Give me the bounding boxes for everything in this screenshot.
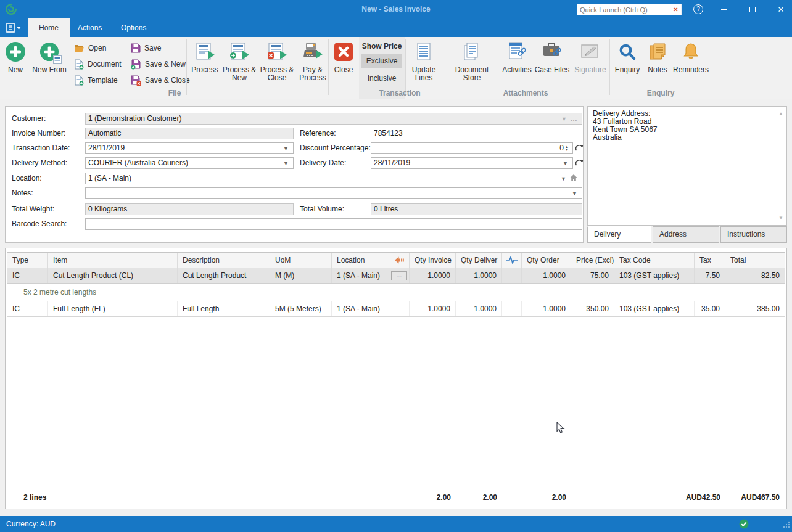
notes-label: Notes: — [12, 187, 33, 199]
chevron-down-icon — [17, 27, 21, 30]
process-new-button[interactable]: Process & New — [222, 38, 257, 88]
save-new-button[interactable]: Save & New — [131, 57, 190, 72]
redo-arrow-icon[interactable] — [575, 158, 584, 168]
template-button[interactable]: Template — [74, 73, 128, 88]
invoice-number-label: Invoice Number: — [12, 128, 65, 139]
column-header-activity-icon[interactable] — [502, 253, 522, 268]
notes-button[interactable]: Notes — [645, 38, 670, 88]
currency-status: Currency: AUD — [6, 520, 56, 528]
tab-address[interactable]: Address — [653, 226, 719, 243]
process-close-button[interactable]: Process & Close — [258, 38, 296, 88]
case-files-button[interactable]: Case Files — [534, 38, 570, 88]
application-menu-button[interactable] — [6, 22, 25, 34]
total-volume-field: 0 Litres — [371, 203, 582, 215]
column-header-item[interactable]: Item — [48, 253, 178, 268]
scroll-down-icon[interactable]: ▼ — [778, 214, 783, 222]
maximize-button[interactable] — [739, 0, 766, 18]
folder-icon — [74, 44, 85, 52]
chevron-down-icon[interactable]: ▼ — [561, 160, 570, 166]
table-row[interactable]: IC Cut Length Product (CL) Cut Length Pr… — [7, 268, 785, 284]
column-header-qty-invoice[interactable]: Qty Invoice — [410, 253, 456, 268]
line-count: 2 lines — [7, 488, 410, 507]
minimize-button[interactable] — [711, 0, 738, 18]
close-window-button[interactable]: ✕ — [767, 0, 792, 18]
pulse-icon — [506, 256, 518, 264]
process-icon — [194, 41, 215, 63]
delivery-method-field[interactable]: COURIER (Australia Couriers) ▼ — [85, 157, 294, 169]
reference-label: Reference: — [300, 128, 336, 139]
quick-launch-input[interactable] — [577, 6, 670, 14]
chevron-down-icon[interactable]: ▼ — [570, 190, 579, 197]
process-button[interactable]: Process — [189, 38, 221, 88]
enquiry-button[interactable]: Enquiry — [612, 38, 643, 88]
status-bar: Currency: AUD — [0, 516, 792, 532]
tab-instructions[interactable]: Instructions — [720, 226, 787, 243]
location-label: Location: — [12, 173, 42, 184]
tab-actions[interactable]: Actions — [67, 18, 113, 37]
update-lines-button[interactable]: Update Lines — [407, 38, 440, 88]
column-header-description[interactable]: Description — [178, 253, 270, 268]
column-header-location[interactable]: Location — [332, 253, 389, 268]
group-caption-attachments: Attachments — [503, 89, 548, 97]
footer-grand-total: AUD467.50 — [725, 488, 785, 507]
location-field[interactable]: 1 (SA - Main) ▼ — [85, 173, 582, 184]
close-invoice-button[interactable]: Close — [331, 38, 357, 88]
group-caption-transaction: Transaction — [379, 89, 420, 97]
save-button[interactable]: Save — [131, 41, 184, 55]
signature-button[interactable]: Signature — [572, 38, 608, 88]
grid-footer-row: 2 lines 2.00 2.00 2.00 AUD42.50 AUD467.5… — [7, 488, 785, 507]
column-header-tax-code[interactable]: Tax Code — [614, 253, 695, 268]
barcode-search-field[interactable] — [85, 218, 582, 230]
delivery-date-label: Delivery Date: — [300, 157, 346, 169]
spinner-up-down-icon[interactable]: ▲▼ — [564, 145, 570, 152]
transaction-date-field[interactable]: 28/11/2019 ▼ — [85, 142, 294, 154]
column-header-type[interactable]: Type — [7, 253, 48, 268]
redo-arrow-icon[interactable] — [575, 144, 584, 153]
help-icon[interactable]: ? — [693, 4, 703, 14]
line-note-row[interactable]: 5x 2 metre cut lengths — [7, 284, 785, 301]
pay-process-button[interactable]: Pay & Process — [297, 38, 328, 88]
quick-launch-clear-icon[interactable]: ✕ — [670, 6, 681, 13]
new-from-button[interactable]: New From — [30, 38, 69, 88]
notes-field[interactable]: ▼ — [85, 187, 582, 199]
show-price-exclusive-option[interactable]: Exclusive — [361, 54, 402, 68]
tab-options[interactable]: Options — [110, 18, 157, 37]
column-header-price[interactable]: Price (Excl) — [571, 253, 614, 268]
resize-grip[interactable] — [782, 520, 791, 531]
quick-launch-box[interactable]: ✕ — [577, 4, 682, 15]
column-header-allocation-icon[interactable] — [389, 253, 410, 268]
chevron-down-icon[interactable]: ▼ — [281, 145, 291, 152]
delivery-address-text[interactable]: Delivery Address: 43 Fullarton Road Kent… — [587, 106, 787, 226]
table-row[interactable]: IC Full Length (FL) Full Length 5M (5 Me… — [7, 301, 785, 317]
column-header-uom[interactable]: UoM — [270, 253, 332, 268]
column-header-qty-order[interactable]: Qty Order — [522, 253, 571, 268]
column-header-tax[interactable]: Tax — [695, 253, 725, 268]
reference-field[interactable]: 7854123 — [371, 128, 582, 139]
scroll-up-icon[interactable]: ▲ — [778, 110, 783, 118]
discount-percentage-field[interactable]: 0 ▲▼ — [371, 142, 573, 154]
column-header-qty-deliver[interactable]: Qty Deliver — [456, 253, 502, 268]
new-button[interactable]: New — [2, 38, 28, 88]
activities-button[interactable]: Activities — [501, 38, 533, 88]
save-close-button[interactable]: Save & Close — [131, 73, 190, 88]
tab-delivery[interactable]: Delivery — [587, 226, 651, 243]
reminders-button[interactable]: Reminders — [671, 38, 711, 88]
chevron-down-icon[interactable]: ▼ — [559, 116, 569, 122]
lookup-ellipsis-icon[interactable]: … — [569, 115, 579, 123]
chevron-down-icon[interactable]: ▼ — [559, 176, 568, 182]
show-price-inclusive-option[interactable]: Inclusive — [361, 72, 402, 85]
chevron-down-icon[interactable]: ▼ — [281, 160, 291, 166]
open-button[interactable]: Open — [74, 41, 122, 55]
invoice-number-field[interactable]: Automatic — [85, 128, 294, 139]
row-ellipsis-button[interactable]: ... — [391, 271, 407, 280]
document-store-button[interactable]: Document Store — [445, 38, 498, 88]
close-x-icon — [334, 41, 353, 63]
app-logo-icon — [5, 3, 17, 15]
title-bar: New - Sales Invoice ✕ ? ✕ — [0, 0, 792, 18]
tab-home[interactable]: Home — [28, 18, 70, 37]
customer-field[interactable]: 1 (Demonstration Customer) ▼ … — [85, 113, 582, 125]
home-icon[interactable] — [568, 174, 579, 183]
column-header-total[interactable]: Total — [725, 253, 785, 268]
delivery-date-field[interactable]: 28/11/2019 ▼ — [371, 157, 573, 169]
document-button[interactable]: Document — [74, 57, 128, 72]
